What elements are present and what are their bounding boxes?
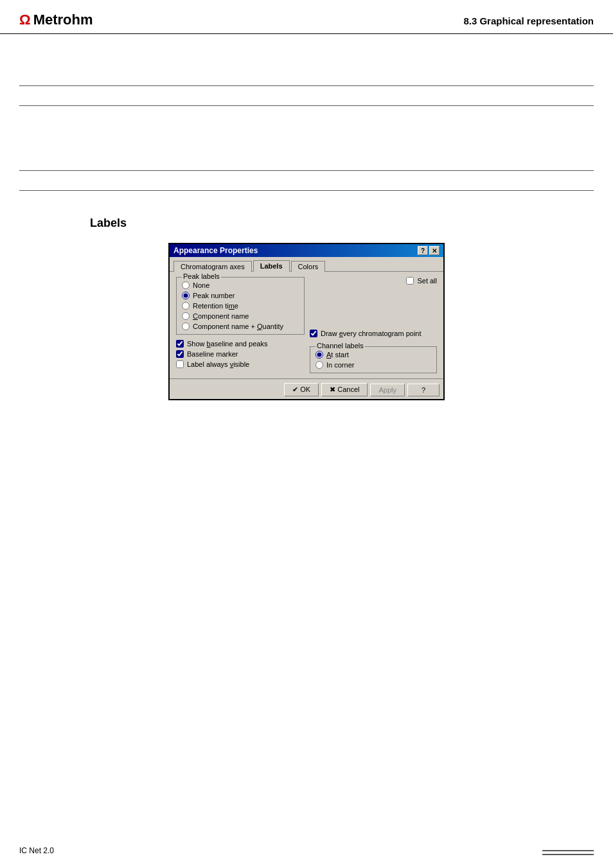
channel-labels-group: Channel labels At start In corner bbox=[310, 346, 437, 373]
label-always-visible-checkbox[interactable] bbox=[176, 360, 184, 368]
divider-line-1 bbox=[19, 85, 594, 86]
ok-label: OK bbox=[300, 385, 310, 393]
radio-peak-number[interactable] bbox=[182, 292, 190, 299]
dialog-close-button[interactable]: ✕ bbox=[429, 246, 440, 255]
channel-radio-at-start[interactable] bbox=[315, 351, 323, 359]
apply-button[interactable]: Apply bbox=[370, 384, 405, 396]
dialog-title: Appearance Properties bbox=[173, 246, 418, 255]
dialog-titlebar: Appearance Properties ? ✕ bbox=[170, 244, 443, 257]
footer-line-2 bbox=[542, 854, 594, 855]
dialog-columns: Peak labels None Peak number bbox=[176, 277, 437, 373]
baseline-marker-row: Baseline marker bbox=[176, 350, 305, 358]
tab-chromatogram-axes[interactable]: Chromatogram axes bbox=[173, 261, 252, 272]
ok-button[interactable]: ✔ OK bbox=[284, 383, 319, 396]
draw-every-checkbox[interactable] bbox=[310, 330, 317, 337]
divider-line-4 bbox=[19, 190, 594, 191]
dialog-wrapper: Appearance Properties ? ✕ Chromatogram a… bbox=[19, 243, 594, 400]
channel-radio-at-start-row: At start bbox=[315, 351, 431, 359]
dialog-help-button[interactable]: ? bbox=[418, 246, 428, 255]
radio-retention-time[interactable] bbox=[182, 302, 190, 310]
right-panel: Set all Draw every chromatogram point Ch… bbox=[310, 277, 437, 373]
radio-rettime-row: Retention time bbox=[182, 302, 299, 310]
set-all-label: Set all bbox=[417, 277, 437, 285]
channel-radio-in-corner-row: In corner bbox=[315, 361, 431, 369]
radio-component-name-label: Component name bbox=[193, 312, 249, 320]
help-button[interactable]: ? bbox=[407, 384, 440, 396]
radio-compname-row: Component name bbox=[182, 312, 299, 320]
tab-colors[interactable]: Colors bbox=[291, 261, 326, 272]
show-baseline-label: Show baseline and peaks bbox=[187, 340, 267, 348]
show-baseline-checkbox[interactable] bbox=[176, 340, 184, 348]
dialog-body: Peak labels None Peak number bbox=[170, 272, 443, 378]
draw-every-label: Draw every chromatogram point bbox=[321, 330, 422, 337]
draw-every-row: Draw every chromatogram point bbox=[310, 330, 437, 337]
divider-line-3 bbox=[19, 170, 594, 171]
radio-none-row: None bbox=[182, 281, 299, 289]
logo-name: Metrohm bbox=[33, 12, 93, 28]
ok-icon: ✔ bbox=[292, 385, 298, 393]
cancel-icon: ✖ bbox=[330, 385, 335, 393]
radio-retention-time-label: Retention time bbox=[193, 302, 238, 310]
radio-peak-number-label: Peak number bbox=[193, 292, 235, 299]
channel-radio-at-start-label: At start bbox=[326, 351, 349, 359]
dialog-button-row: ✔ OK ✖ Cancel Apply ? bbox=[170, 378, 443, 399]
channel-radio-in-corner[interactable] bbox=[315, 361, 323, 369]
set-all-row: Set all bbox=[310, 277, 437, 285]
radio-component-name-quantity[interactable] bbox=[182, 323, 190, 330]
titlebar-buttons: ? ✕ bbox=[418, 246, 440, 255]
radio-compqty-row: Component name + Quantity bbox=[182, 323, 299, 330]
logo: Ω Metrohm bbox=[19, 12, 93, 28]
set-all-checkbox[interactable] bbox=[406, 277, 414, 285]
page-header: Ω Metrohm 8.3 Graphical representation bbox=[0, 0, 613, 34]
left-panel: Peak labels None Peak number bbox=[176, 277, 305, 373]
peak-labels-group-label: Peak labels bbox=[182, 272, 221, 280]
footer-product: IC Net 2.0 bbox=[19, 846, 54, 855]
page-content: Labels Appearance Properties ? ✕ Chromat… bbox=[0, 34, 613, 400]
tabs-bar: Chromatogram axes Labels Colors bbox=[170, 257, 443, 272]
radio-none-label: None bbox=[193, 281, 209, 289]
appearance-properties-dialog: Appearance Properties ? ✕ Chromatogram a… bbox=[168, 243, 445, 400]
logo-omega-icon: Ω bbox=[19, 12, 31, 28]
page-footer: IC Net 2.0 bbox=[19, 846, 594, 855]
radio-component-name-quantity-label: Component name + Quantity bbox=[193, 323, 283, 330]
radio-none[interactable] bbox=[182, 281, 190, 289]
section-title: 8.3 Graphical representation bbox=[463, 12, 594, 26]
label-always-visible-label: Label always visible bbox=[187, 360, 249, 368]
peak-labels-group: Peak labels None Peak number bbox=[176, 277, 305, 335]
tab-labels[interactable]: Labels bbox=[253, 260, 290, 272]
baseline-marker-label: Baseline marker bbox=[187, 350, 238, 358]
footer-line-1 bbox=[542, 850, 594, 851]
divider-line-2 bbox=[19, 105, 594, 106]
radio-peaknum-row: Peak number bbox=[182, 292, 299, 299]
channel-labels-group-label: Channel labels bbox=[315, 342, 365, 350]
radio-component-name[interactable] bbox=[182, 312, 190, 320]
baseline-marker-checkbox[interactable] bbox=[176, 350, 184, 358]
channel-radio-in-corner-label: In corner bbox=[326, 361, 354, 369]
footer-lines bbox=[542, 850, 594, 855]
cancel-button[interactable]: ✖ Cancel bbox=[321, 383, 368, 396]
show-baseline-row: Show baseline and peaks bbox=[176, 340, 305, 348]
labels-heading: Labels bbox=[19, 217, 594, 230]
label-always-visible-row: Label always visible bbox=[176, 360, 305, 368]
cancel-label: Cancel bbox=[337, 385, 359, 393]
